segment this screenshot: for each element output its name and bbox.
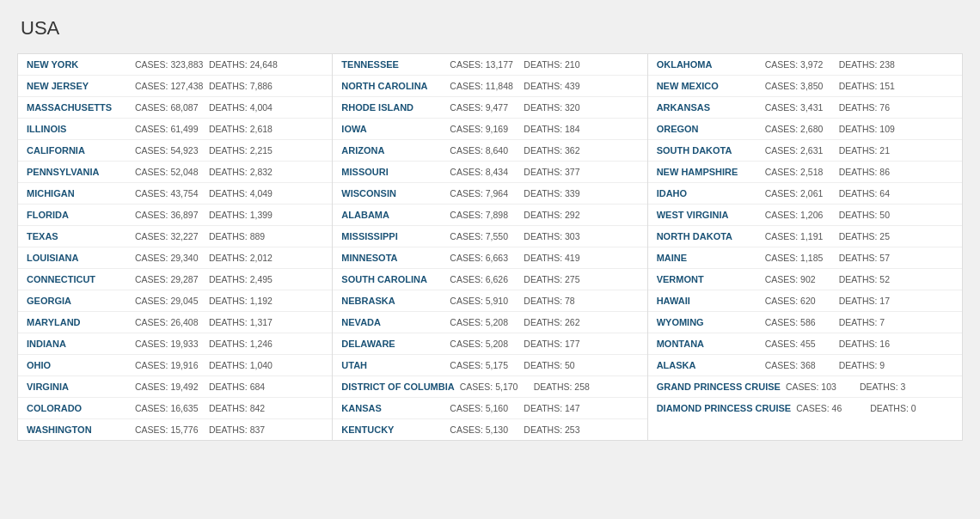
cases-stat: CASES: 9,477 — [450, 102, 518, 113]
cases-stat: CASES: 15,776 — [135, 424, 204, 435]
state-name: MICHIGAN — [27, 188, 130, 198]
deaths-stat: DEATHS: 2,495 — [209, 274, 278, 284]
state-name: DIAMOND PRINCESS CRUISE — [657, 403, 791, 413]
column-2: OKLAHOMACASES: 3,972DEATHS: 238NEW MEXIC… — [648, 54, 962, 440]
table-row: DELAWARECASES: 5,208DEATHS: 177 — [333, 333, 646, 355]
table-row: HAWAIICASES: 620DEATHS: 17 — [648, 290, 962, 312]
deaths-stat: DEATHS: 1,317 — [209, 317, 278, 327]
deaths-stat: DEATHS: 1,192 — [209, 296, 278, 306]
deaths-stat: DEATHS: 362 — [524, 145, 592, 156]
state-name: TENNESSEE — [341, 59, 444, 70]
state-name: HAWAII — [657, 296, 760, 306]
deaths-stat: DEATHS: 889 — [209, 231, 278, 241]
deaths-stat: DEATHS: 377 — [524, 167, 592, 177]
table-row: INDIANACASES: 19,933DEATHS: 1,246 — [18, 333, 332, 355]
deaths-stat: DEATHS: 842 — [209, 403, 278, 413]
deaths-stat: DEATHS: 78 — [524, 296, 592, 306]
deaths-stat: DEATHS: 86 — [839, 167, 908, 177]
table-row: TEXASCASES: 32,227DEATHS: 889 — [18, 226, 332, 247]
cases-stat: CASES: 586 — [765, 317, 834, 327]
cases-stat: CASES: 32,227 — [135, 231, 204, 241]
state-name: NORTH DAKOTA — [657, 231, 760, 241]
cases-stat: CASES: 902 — [765, 274, 834, 284]
cases-stat: CASES: 29,287 — [135, 274, 204, 284]
state-name: NORTH CAROLINA — [341, 81, 444, 91]
state-name: OHIO — [27, 360, 130, 370]
state-name: MASSACHUSETTS — [27, 102, 130, 113]
cases-stat: CASES: 7,550 — [450, 231, 518, 241]
state-name: SOUTH CAROLINA — [341, 274, 444, 284]
cases-stat: CASES: 323,883 — [135, 59, 204, 70]
cases-stat: CASES: 46 — [796, 403, 865, 413]
deaths-stat: DEATHS: 52 — [839, 274, 908, 284]
data-table: NEW YORKCASES: 323,883DEATHS: 24,648NEW … — [17, 53, 963, 441]
state-name: ARKANSAS — [657, 102, 760, 113]
deaths-stat: DEATHS: 2,618 — [209, 124, 278, 134]
deaths-stat: DEATHS: 262 — [524, 317, 592, 327]
state-name: ALABAMA — [341, 210, 444, 220]
table-row: SOUTH CAROLINACASES: 6,626DEATHS: 275 — [333, 269, 646, 290]
cases-stat: CASES: 29,340 — [135, 253, 204, 263]
cases-stat: CASES: 7,898 — [450, 210, 518, 220]
deaths-stat: DEATHS: 184 — [524, 124, 592, 134]
table-row: ARKANSASCASES: 3,431DEATHS: 76 — [648, 97, 962, 119]
table-row: FLORIDACASES: 36,897DEATHS: 1,399 — [18, 205, 332, 226]
state-name: SOUTH DAKOTA — [657, 145, 760, 156]
table-row: WEST VIRGINIACASES: 1,206DEATHS: 50 — [648, 205, 962, 226]
deaths-stat: DEATHS: 275 — [524, 274, 592, 284]
deaths-stat: DEATHS: 21 — [839, 145, 908, 156]
cases-stat: CASES: 7,964 — [450, 188, 518, 198]
cases-stat: CASES: 16,635 — [135, 403, 204, 413]
table-row: KANSASCASES: 5,160DEATHS: 147 — [333, 398, 646, 419]
deaths-stat: DEATHS: 2,012 — [209, 253, 278, 263]
state-name: WISCONSIN — [341, 188, 444, 198]
cases-stat: CASES: 620 — [765, 296, 834, 306]
table-row: NEVADACASES: 5,208DEATHS: 262 — [333, 312, 646, 333]
table-row: WYOMINGCASES: 586DEATHS: 7 — [648, 312, 962, 333]
deaths-stat: DEATHS: 50 — [839, 210, 908, 220]
cases-stat: CASES: 2,631 — [765, 145, 834, 156]
state-name: LOUISIANA — [27, 253, 130, 263]
cases-stat: CASES: 19,916 — [135, 360, 204, 370]
table-row: OREGONCASES: 2,680DEATHS: 109 — [648, 119, 962, 140]
cases-stat: CASES: 8,434 — [450, 167, 518, 177]
state-name: TEXAS — [27, 231, 130, 241]
deaths-stat: DEATHS: 1,399 — [209, 210, 278, 220]
state-name: OKLAHOMA — [657, 59, 760, 70]
cases-stat: CASES: 5,170 — [460, 382, 529, 392]
state-name: IDAHO — [657, 188, 760, 198]
table-row: LOUISIANACASES: 29,340DEATHS: 2,012 — [18, 247, 332, 269]
deaths-stat: DEATHS: 109 — [839, 124, 908, 134]
table-row: MISSISSIPPICASES: 7,550DEATHS: 303 — [333, 226, 646, 247]
state-name: KENTUCKY — [341, 424, 444, 435]
deaths-stat: DEATHS: 292 — [524, 210, 592, 220]
state-name: WASHINGTON — [27, 424, 130, 435]
cases-stat: CASES: 29,045 — [135, 296, 204, 306]
cases-stat: CASES: 6,663 — [450, 253, 518, 263]
table-row: IOWACASES: 9,169DEATHS: 184 — [333, 119, 646, 140]
deaths-stat: DEATHS: 1,040 — [209, 360, 278, 370]
deaths-stat: DEATHS: 16 — [839, 339, 908, 349]
state-name: GRAND PRINCESS CRUISE — [657, 382, 781, 392]
table-row: NORTH CAROLINACASES: 11,848DEATHS: 439 — [333, 76, 646, 97]
cases-stat: CASES: 5,208 — [450, 317, 518, 327]
table-row: RHODE ISLANDCASES: 9,477DEATHS: 320 — [333, 97, 646, 119]
deaths-stat: DEATHS: 0 — [870, 403, 939, 413]
table-row: MARYLANDCASES: 26,408DEATHS: 1,317 — [18, 312, 332, 333]
deaths-stat: DEATHS: 210 — [524, 59, 592, 70]
state-name: NEBRASKA — [341, 296, 444, 306]
cases-stat: CASES: 5,130 — [450, 424, 518, 435]
column-1: TENNESSEECASES: 13,177DEATHS: 210NORTH C… — [333, 54, 647, 440]
table-row: UTAHCASES: 5,175DEATHS: 50 — [333, 355, 646, 376]
cases-stat: CASES: 1,185 — [765, 253, 834, 263]
cases-stat: CASES: 13,177 — [450, 59, 518, 70]
cases-stat: CASES: 2,680 — [765, 124, 834, 134]
deaths-stat: DEATHS: 253 — [524, 424, 592, 435]
table-row: MINNESOTACASES: 6,663DEATHS: 419 — [333, 247, 646, 269]
state-name: KANSAS — [341, 403, 444, 413]
table-row: GEORGIACASES: 29,045DEATHS: 1,192 — [18, 290, 332, 312]
table-row: ARIZONACASES: 8,640DEATHS: 362 — [333, 140, 646, 162]
state-name: MISSISSIPPI — [341, 231, 444, 241]
cases-stat: CASES: 3,972 — [765, 59, 834, 70]
state-name: GEORGIA — [27, 296, 130, 306]
